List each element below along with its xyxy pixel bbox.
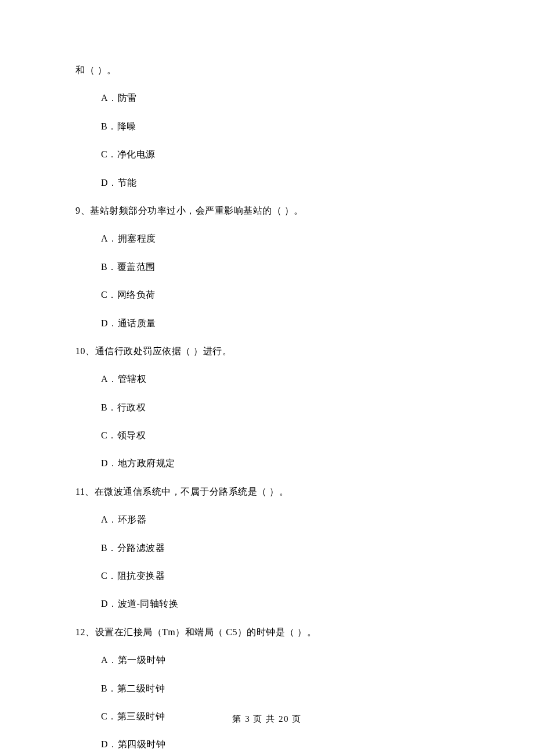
page-footer: 第 3 页 共 20 页: [0, 714, 534, 725]
option-item: B．分路滤波器: [101, 542, 459, 555]
question-stem: 11、在微波通信系统中，不属于分路系统是（ ）。: [75, 485, 459, 498]
option-item: C．净化电源: [101, 148, 459, 161]
option-item: B．降噪: [101, 120, 459, 133]
option-item: A．第一级时钟: [101, 654, 459, 667]
option-item: B．第二级时钟: [101, 682, 459, 695]
option-item: A．拥塞程度: [101, 232, 459, 245]
option-item: A．防雷: [101, 92, 459, 105]
continuation-text: 和（ ）。: [75, 64, 459, 77]
option-item: C．网络负荷: [101, 289, 459, 301]
option-item: D．地方政府规定: [101, 457, 459, 470]
question-stem: 12、设置在汇接局（Tm）和端局（ C5）的时钟是（ ）。: [75, 626, 459, 639]
option-item: A．管辖权: [101, 373, 459, 386]
question-stem: 10、通信行政处罚应依据（ ）进行。: [75, 345, 459, 358]
option-item: B．覆盖范围: [101, 261, 459, 273]
option-item: D．波道-同轴转换: [101, 597, 459, 610]
page-content: 和（ ）。 A．防雷 B．降噪 C．净化电源 D．节能 9、基站射频部分功率过小…: [0, 0, 534, 751]
option-item: D．通话质量: [101, 317, 459, 330]
option-item: C．领导权: [101, 429, 459, 442]
option-item: B．行政权: [101, 401, 459, 414]
option-item: C．阻抗变换器: [101, 570, 459, 582]
option-item: D．第四级时钟: [101, 738, 459, 751]
question-stem: 9、基站射频部分功率过小，会严重影响基站的（ ）。: [75, 204, 459, 217]
option-item: D．节能: [101, 177, 459, 189]
option-item: A．环形器: [101, 513, 459, 526]
